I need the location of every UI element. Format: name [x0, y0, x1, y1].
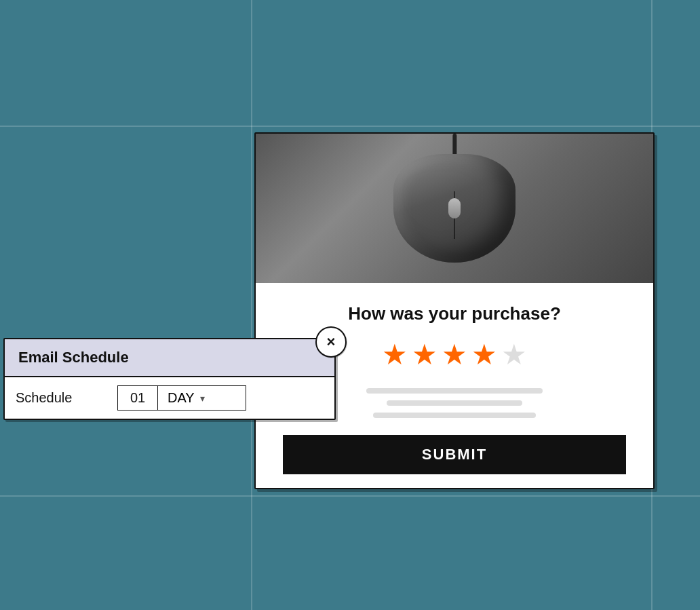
product-image	[256, 134, 653, 283]
schedule-panel-header: Email Schedule	[5, 339, 334, 377]
star-1[interactable]: ★	[382, 338, 408, 371]
review-question: How was your purchase?	[283, 303, 626, 324]
chevron-down-icon: ▾	[200, 393, 205, 404]
close-button[interactable]: ×	[315, 326, 347, 358]
star-4[interactable]: ★	[471, 338, 497, 371]
text-line-1	[366, 388, 543, 394]
star-5[interactable]: ★	[501, 338, 527, 371]
email-schedule-panel: Email Schedule Schedule 01 DAY ▾	[3, 338, 336, 420]
text-line-2	[387, 400, 522, 406]
grid-line-horizontal-2	[0, 495, 700, 497]
schedule-label: Schedule	[16, 390, 117, 406]
submit-button[interactable]: SUBMIT	[283, 435, 626, 474]
schedule-number-input[interactable]: 01	[117, 385, 158, 411]
mouse-scroll-wheel	[448, 198, 461, 218]
schedule-unit-dropdown[interactable]: DAY ▾	[158, 385, 246, 411]
star-3[interactable]: ★	[442, 338, 467, 371]
mouse-body	[393, 154, 516, 263]
grid-line-horizontal-1	[0, 126, 700, 127]
star-2[interactable]: ★	[412, 338, 438, 371]
schedule-unit-value: DAY	[168, 390, 195, 406]
schedule-row: Schedule 01 DAY ▾	[5, 377, 334, 419]
grid-line-vertical-1	[251, 0, 252, 610]
text-line-3	[373, 413, 536, 418]
email-preview-card: How was your purchase? ★ ★ ★ ★ ★ SUBMIT	[254, 132, 655, 489]
